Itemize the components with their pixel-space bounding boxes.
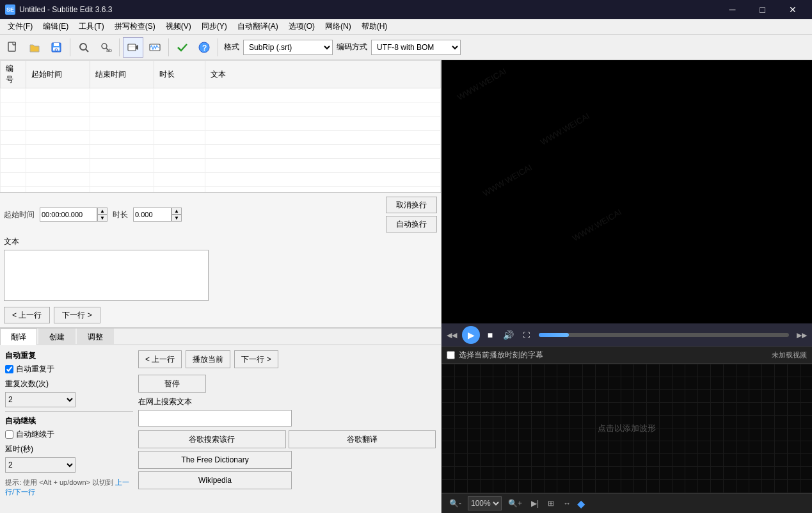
menu-help[interactable]: 帮助(H) xyxy=(356,20,393,34)
maximize-button[interactable]: □ xyxy=(748,0,777,19)
help-button[interactable]: ? xyxy=(194,37,214,58)
svg-text:ab: ab xyxy=(106,47,112,53)
table-row[interactable] xyxy=(1,88,441,102)
table-row[interactable] xyxy=(1,187,441,193)
start-time-down[interactable]: ▼ xyxy=(97,215,107,222)
duration-down[interactable]: ▼ xyxy=(171,215,182,222)
table-row[interactable] xyxy=(1,117,441,131)
menu-sync[interactable]: 同步(Y) xyxy=(196,20,232,34)
auto-repeat-label: 自动重复于 xyxy=(16,364,54,375)
table-row[interactable] xyxy=(1,145,441,159)
prev-line-button[interactable]: < 上一行 xyxy=(4,307,50,323)
cancel-wrap-button[interactable]: 取消换行 xyxy=(386,197,437,213)
translation-left: 自动重复 自动重复于 重复次数(次) 2 1 3 4 xyxy=(5,350,133,508)
pause-row: 暂停 xyxy=(138,372,436,393)
svg-line-6 xyxy=(86,49,88,52)
auto-wrap-button[interactable]: 自动换行 xyxy=(386,216,437,232)
section-sep-1 xyxy=(5,411,133,412)
stop-button[interactable]: ■ xyxy=(482,327,498,343)
time-left: ◀◀ xyxy=(447,331,457,339)
check-button[interactable] xyxy=(172,37,193,58)
next-line-button[interactable]: 下一行 > xyxy=(54,307,100,323)
progress-bar[interactable] xyxy=(539,333,789,337)
repeat-count-wrap: 2 1 3 4 xyxy=(5,392,133,407)
waveform-container: 选择当前播放时刻的字幕 未加载视频 点击以添加波形 🔍- 100% 50% 75… xyxy=(442,346,812,513)
progress-fill xyxy=(539,333,569,337)
video-button[interactable] xyxy=(123,37,143,58)
tab-adjust[interactable]: 调整 xyxy=(77,329,114,345)
search-label: 在网上搜索文本 xyxy=(138,396,436,407)
format-select[interactable]: SubRip (.srt) Advanced SubStation Alpha … xyxy=(243,40,333,55)
tab-translate[interactable]: 翻译 xyxy=(0,329,37,345)
repeat-count-select[interactable]: 2 1 3 4 xyxy=(5,392,76,407)
new-file-button[interactable] xyxy=(3,37,23,58)
encoding-label: 编码方式 xyxy=(337,42,367,53)
menu-autotranslate[interactable]: 自动翻译(A) xyxy=(232,20,283,34)
menu-file[interactable]: 文件(F) xyxy=(3,20,38,34)
titlebar-left: SE Untitled - Subtitle Edit 3.6.3 xyxy=(5,4,112,15)
auto-continue-checkbox[interactable] xyxy=(5,430,13,439)
trans-nav-row: < 上一行 播放当前 下一行 > xyxy=(138,350,436,368)
zoom-in-button[interactable]: 🔍+ xyxy=(506,498,525,509)
main-container: 编号 起始时间 结束时间 时长 文本 xyxy=(0,60,812,513)
toolbar-separator-2 xyxy=(119,38,120,56)
app-icon: SE xyxy=(5,4,15,15)
play-current-button[interactable]: 播放当前 xyxy=(186,350,230,368)
subtitle-text-editor[interactable] xyxy=(4,250,209,301)
menu-spellcheck[interactable]: 拼写检查(S) xyxy=(109,20,161,34)
pause-button[interactable]: 暂停 xyxy=(138,375,206,393)
menu-edit[interactable]: 编辑(E) xyxy=(38,20,74,34)
wt-arrow2-button[interactable]: ↔ xyxy=(561,498,573,509)
table-row[interactable] xyxy=(1,159,441,173)
table-row[interactable] xyxy=(1,102,441,117)
google-search-button[interactable]: 谷歌搜索该行 xyxy=(138,430,286,448)
close-button[interactable]: ✕ xyxy=(778,0,807,19)
col-header-text: 文本 xyxy=(205,61,441,88)
volume-button[interactable]: 🔊 xyxy=(500,327,516,343)
menu-network[interactable]: 网络(N) xyxy=(320,20,356,34)
wt-grid-button[interactable]: ⊞ xyxy=(545,498,557,509)
wikipedia-button[interactable]: Wikipedia xyxy=(138,471,292,489)
subtitle-select-checkbox[interactable] xyxy=(447,351,455,359)
google-translate-button[interactable]: 谷歌翻译 xyxy=(289,430,436,448)
menu-video[interactable]: 视频(V) xyxy=(161,20,196,34)
tab-create[interactable]: 创建 xyxy=(38,329,76,345)
menu-options[interactable]: 选项(O) xyxy=(283,20,320,34)
duration-up[interactable]: ▲ xyxy=(171,208,182,215)
delay-select[interactable]: 2 1 3 4 xyxy=(5,457,76,473)
watermark-3: WWW.WEICAI xyxy=(481,163,534,199)
table-row[interactable] xyxy=(1,173,441,187)
subtitle-select-label: 选择当前播放时刻的字幕 xyxy=(459,350,772,361)
waveform-area[interactable]: 点击以添加波形 xyxy=(442,364,812,493)
search-input[interactable] xyxy=(138,410,292,427)
play-button[interactable]: ▶ xyxy=(462,326,480,344)
open-file-button[interactable] xyxy=(24,37,45,58)
edit-row1: 起始时间 ▲ ▼ 时长 ▲ ▼ xyxy=(4,197,437,232)
fullscreen-button[interactable]: ⛶ xyxy=(518,327,534,343)
video-controls: ◀◀ ▶ ■ 🔊 ⛶ ▶▶ xyxy=(442,323,812,346)
titlebar-controls: ─ □ ✕ xyxy=(718,0,807,19)
auto-repeat-checkbox[interactable] xyxy=(5,365,13,373)
auto-continue-label: 自动继续于 xyxy=(16,429,54,440)
free-dictionary-button[interactable]: The Free Dictionary xyxy=(138,451,292,469)
menu-tools[interactable]: 工具(T) xyxy=(74,20,109,34)
duration-input[interactable] xyxy=(133,208,171,222)
wt-arrow-button[interactable]: ▶| xyxy=(529,498,541,509)
waveform-button[interactable] xyxy=(145,37,165,58)
video-status: 未加载视频 xyxy=(772,350,807,360)
encoding-select[interactable]: UTF-8 with BOM UTF-8 ANSI Unicode xyxy=(371,40,461,55)
start-time-up[interactable]: ▲ xyxy=(97,208,107,215)
start-time-label: 起始时间 xyxy=(4,209,35,220)
zoom-out-button[interactable]: 🔍- xyxy=(447,498,464,509)
table-row[interactable] xyxy=(1,131,441,145)
trans-prev-button[interactable]: < 上一行 xyxy=(138,350,182,368)
start-time-wrap: ▲ ▼ xyxy=(40,208,107,222)
find-replace-button[interactable]: ab xyxy=(95,37,116,58)
zoom-select[interactable]: 100% 50% 75% 125% 150% 200% xyxy=(468,496,502,510)
start-time-input[interactable] xyxy=(40,208,97,222)
minimize-button[interactable]: ─ xyxy=(718,0,747,19)
trans-next-button[interactable]: 下一行 > xyxy=(234,350,278,368)
left-panel: 编号 起始时间 结束时间 时长 文本 xyxy=(0,60,442,513)
save-file-button[interactable] xyxy=(46,37,67,58)
find-button[interactable] xyxy=(74,37,94,58)
